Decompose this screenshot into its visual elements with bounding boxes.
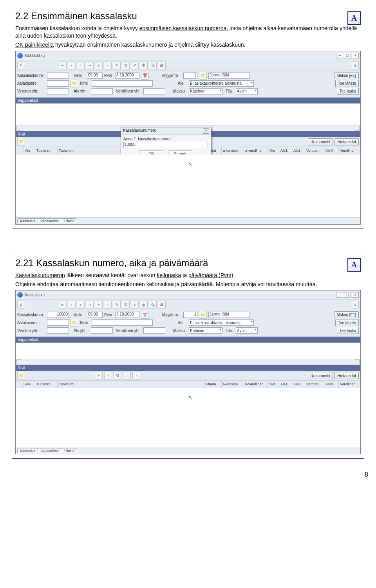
row-copy-icon[interactable]: ⧉	[114, 372, 121, 379]
tab-tiliointi[interactable]: Tiliöinti	[61, 448, 77, 453]
pvm-input[interactable]: 3.10.2008	[115, 73, 139, 79]
edit-icon[interactable]: ✎	[113, 301, 121, 309]
asiakasnro-input[interactable]	[47, 319, 69, 326]
asiakasnro-input[interactable]	[47, 80, 69, 87]
tab-kassarivit[interactable]: Kassarivit	[17, 218, 38, 223]
col-ala[interactable]: Ala	[24, 147, 35, 154]
ale-dropdown[interactable]: Ei asiakaskohtaista alennusta	[189, 319, 254, 326]
remove-icon[interactable]: －	[104, 62, 112, 69]
attach-icon[interactable]: 📎	[149, 301, 157, 309]
nimi-input[interactable]	[92, 319, 153, 326]
tee-lahete-button[interactable]: Tee lähete	[335, 80, 359, 87]
lookup-icon[interactable]: 📁	[70, 80, 78, 87]
dokumentit-button[interactable]: Dokumentit	[308, 372, 333, 379]
col-ale1[interactable]: Ale1	[279, 381, 292, 388]
add-icon[interactable]: ＋	[95, 301, 103, 309]
col-tuotenro[interactable]: Tuotenro	[35, 147, 58, 154]
col-tuotenimi[interactable]: Tuotenimi	[58, 381, 205, 388]
maximize-button[interactable]: ▢	[344, 53, 351, 58]
confirm-icon[interactable]: ✔	[131, 62, 139, 69]
tee-lasku-button[interactable]: Tee lasku	[337, 88, 359, 95]
nav-first-icon[interactable]: ⇤	[59, 62, 67, 69]
nimi-input[interactable]	[92, 80, 153, 87]
attach-icon[interactable]: 📎	[149, 62, 157, 69]
add-icon[interactable]: ＋	[95, 62, 103, 69]
maksu-f1-button[interactable]: Maksu [F1]	[334, 311, 359, 318]
maximize-button[interactable]: ▢	[344, 292, 351, 298]
nav-next-icon[interactable]: ›	[77, 301, 85, 309]
exit-icon[interactable]: ⇲	[351, 301, 359, 309]
dialog-input[interactable]: 10000	[123, 142, 208, 148]
dialog-close-icon[interactable]: ✕	[203, 128, 209, 134]
minimize-button[interactable]: ─	[336, 53, 343, 58]
maksu-dropdown[interactable]: Käteinen	[189, 88, 222, 94]
vapaateksti-area[interactable]	[16, 343, 360, 365]
edit-icon[interactable]: ✎	[113, 62, 121, 69]
confirm-icon[interactable]: ✔	[131, 301, 139, 309]
lookup-icon[interactable]: 📁	[70, 319, 78, 327]
col-verollinen[interactable]: Verollinen	[339, 381, 360, 388]
ale-dropdown[interactable]: Ei asiakaskohtaista alennusta	[189, 80, 254, 87]
col-maara[interactable]: Määrä	[205, 381, 222, 388]
grid-body[interactable]: ↖	[16, 388, 360, 447]
row-up-icon[interactable]: ↑	[132, 372, 140, 379]
minimize-button[interactable]: ─	[336, 292, 343, 298]
col-averollinen[interactable]: à-verollinen	[244, 381, 268, 388]
lookup-icon[interactable]: 📁	[199, 72, 207, 80]
kello-input[interactable]: 09:09	[87, 312, 103, 318]
lookup-icon[interactable]: 📁	[17, 372, 25, 379]
grid-body[interactable]: ↖	[16, 154, 360, 217]
maksu-dropdown[interactable]: Käteinen	[189, 327, 222, 334]
col-ala[interactable]: Ala	[24, 381, 35, 388]
print-icon[interactable]: 🖶	[158, 301, 166, 309]
nav-prev-icon[interactable]: ‹	[68, 301, 76, 309]
tila-dropdown[interactable]: Avoin	[236, 88, 258, 94]
col-yks[interactable]: Yks	[268, 381, 279, 388]
maksu-f1-button[interactable]: Maksu [F1]	[334, 72, 359, 79]
tee-lahete-button[interactable]: Tee lähete	[335, 319, 359, 326]
row-remove-icon[interactable]: －	[104, 372, 112, 379]
nav-prev-icon[interactable]: ‹	[68, 62, 76, 69]
col-averollinen[interactable]: à-verollinen	[244, 147, 268, 154]
myyjanro-input[interactable]: 1	[183, 73, 197, 79]
nav-first-icon[interactable]: ⇤	[59, 301, 67, 309]
close-button[interactable]: ✕	[352, 292, 359, 298]
tab-vapaateksti[interactable]: Vapaateksti	[38, 218, 61, 223]
tab-vapaateksti[interactable]: Vapaateksti	[38, 448, 61, 453]
col-ale2[interactable]: Ale2	[292, 147, 305, 154]
col-veroton[interactable]: Veroton	[305, 381, 324, 388]
close-button[interactable]: ✕	[352, 53, 359, 58]
tool-button[interactable]: ⎙	[17, 301, 25, 309]
calendar-icon[interactable]: 📅	[141, 311, 149, 319]
myyjanro-input[interactable]: 1	[183, 312, 197, 318]
pvm-input[interactable]: 3.10.2008	[115, 312, 139, 318]
col-alv[interactable]: Alv%	[324, 147, 339, 154]
col-verollinen[interactable]: Verollinen	[339, 147, 360, 154]
print-icon[interactable]: 🖶	[158, 62, 166, 69]
exit-icon[interactable]: ⇲	[351, 62, 359, 69]
tee-lasku-button[interactable]: Tee lasku	[337, 327, 359, 334]
col-ale1[interactable]: Ale1	[279, 147, 292, 154]
col-averoton[interactable]: à-veroton	[222, 381, 244, 388]
lookup-icon[interactable]: 📁	[17, 138, 25, 146]
copy-icon[interactable]: ⧉	[122, 62, 130, 69]
row-down-icon[interactable]: ↓	[123, 372, 131, 379]
col-veroton[interactable]: Veroton	[305, 147, 324, 154]
nav-last-icon[interactable]: ⇥	[86, 62, 94, 69]
tool-button[interactable]: ⎙	[17, 62, 25, 69]
remove-icon[interactable]: －	[104, 301, 112, 309]
nav-next-icon[interactable]: ›	[77, 62, 85, 69]
row-add-icon[interactable]: ＋	[95, 372, 103, 379]
lookup-icon[interactable]: 📁	[199, 311, 207, 319]
copy-icon[interactable]: ⧉	[122, 301, 130, 309]
col-yks[interactable]: Yks	[268, 147, 279, 154]
kassanro-input[interactable]	[47, 73, 69, 79]
calendar-icon[interactable]: 📅	[141, 72, 149, 80]
tab-kassarivit[interactable]: Kassarivit	[17, 448, 38, 453]
hintatiedot-button[interactable]: Hintatiedot	[334, 138, 359, 145]
dokumentit-button[interactable]: Dokumentit	[308, 138, 333, 145]
tila-dropdown[interactable]: Avoin	[236, 327, 258, 334]
delete-icon[interactable]: 🗑	[140, 301, 148, 309]
delete-icon[interactable]: 🗑	[140, 62, 148, 69]
nav-last-icon[interactable]: ⇥	[86, 301, 94, 309]
